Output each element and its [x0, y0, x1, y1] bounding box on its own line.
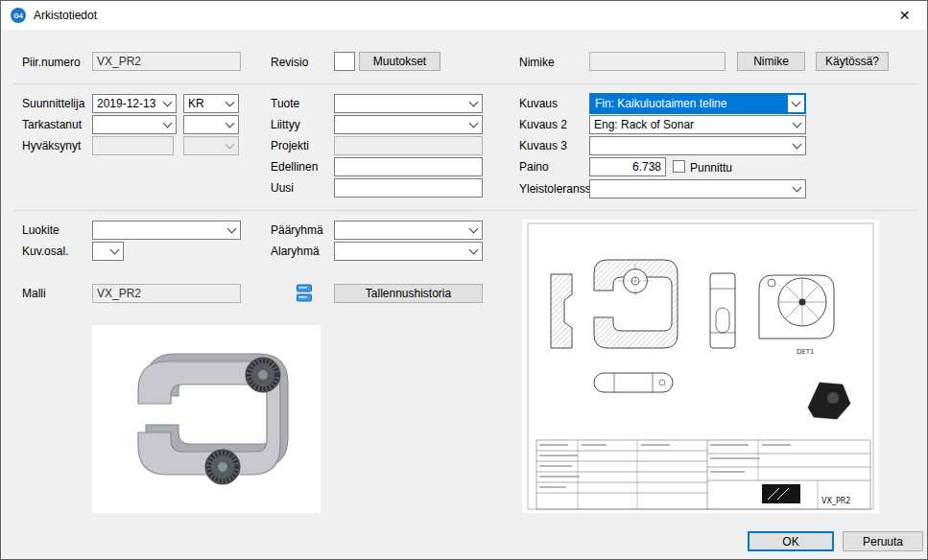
- punnittu-label: Punnittu: [690, 161, 732, 175]
- tarkastanut-initials-combo[interactable]: [183, 115, 239, 134]
- arkistotiedot-dialog: G4 Arkistotiedot ✕ Piir.numero VX_PR2 Re…: [0, 0, 928, 560]
- punnittu-checkbox[interactable]: [673, 160, 685, 173]
- title-block: VX_PR2: [536, 440, 870, 509]
- paino-label: Paino: [519, 160, 549, 174]
- piirnumero-label: Piir.numero: [22, 56, 81, 69]
- suunnittelija-initials-value: KR: [184, 95, 222, 112]
- model-3d-graphic: [92, 325, 321, 513]
- revisio-field[interactable]: [334, 52, 355, 71]
- malli-field[interactable]: VX_PR2: [92, 284, 241, 303]
- chevron-down-icon[interactable]: [222, 95, 238, 112]
- kuvaus-value: Fin: Kaikuluotaimen teline: [591, 95, 788, 112]
- tuote-combo[interactable]: [334, 94, 483, 113]
- kuvaus2-label: Kuvaus 2: [519, 118, 567, 131]
- chevron-down-icon[interactable]: [465, 116, 482, 133]
- chevron-down-icon[interactable]: [465, 222, 482, 239]
- luokite-label: Luokite: [22, 223, 59, 237]
- kuvaus3-label: Kuvaus 3: [519, 139, 567, 152]
- tarkastanut-date-value: [93, 116, 159, 133]
- close-icon[interactable]: ✕: [883, 2, 926, 29]
- alaryhma-value: [335, 243, 465, 260]
- database-icon[interactable]: [296, 283, 313, 307]
- cancel-button[interactable]: Peruuta: [843, 531, 923, 551]
- main-view: [594, 260, 678, 348]
- drawing-part-number: VX_PR2: [821, 497, 850, 505]
- liittyy-label: Liittyy: [271, 118, 300, 131]
- hyvaksynyt-date-field: [92, 136, 174, 155]
- chevron-down-icon[interactable]: [789, 137, 805, 154]
- kuvaus2-value: Eng: Rack of Sonar: [590, 116, 789, 133]
- suunnittelija-date-combo[interactable]: 2019-12-13: [92, 94, 177, 113]
- revisio-label: Revisio: [271, 56, 308, 69]
- ok-button[interactable]: OK: [748, 531, 834, 551]
- hyvaksynyt-initials-value: [184, 137, 222, 154]
- alaryhma-combo[interactable]: [334, 242, 483, 261]
- edellinen-label: Edellinen: [271, 160, 318, 174]
- paaryhma-label: Pääryhmä: [271, 223, 323, 237]
- detail-view: DET1: [759, 275, 834, 356]
- yleistoleranssi-label: Yleistoleranssi: [519, 182, 593, 196]
- kuvaus2-combo[interactable]: Eng: Rack of Sonar: [589, 115, 806, 134]
- side-view: [710, 273, 735, 348]
- chevron-down-icon[interactable]: [788, 95, 804, 112]
- chevron-down-icon[interactable]: [159, 116, 176, 133]
- projekti-field: [334, 136, 483, 155]
- alaryhma-label: Alaryhmä: [271, 245, 320, 258]
- liittyy-value: [335, 116, 465, 133]
- chevron-down-icon: [222, 137, 238, 154]
- nimike-field[interactable]: [589, 52, 726, 71]
- tuote-value: [335, 95, 465, 112]
- piirnumero-field[interactable]: VX_PR2: [92, 52, 241, 71]
- kuvaus-combo[interactable]: Fin: Kaikuluotaimen teline: [589, 93, 806, 114]
- app-icon: G4: [11, 8, 26, 23]
- paaryhma-combo[interactable]: [334, 221, 483, 240]
- chevron-down-icon[interactable]: [465, 95, 482, 112]
- tuote-label: Tuote: [271, 97, 299, 110]
- tarkastanut-label: Tarkastanut: [22, 118, 82, 131]
- kaytossa-button[interactable]: Käytössä?: [816, 52, 889, 71]
- malli-label: Malli: [22, 287, 46, 300]
- separator: [13, 210, 916, 211]
- detail-label: DET1: [797, 348, 815, 356]
- tallennushistoria-button[interactable]: Tallennushistoria: [334, 284, 483, 303]
- luokite-combo[interactable]: [92, 221, 241, 240]
- chevron-down-icon[interactable]: [222, 116, 238, 133]
- nimike-label: Nimike: [519, 56, 555, 69]
- suunnittelija-date-value: 2019-12-13: [93, 95, 159, 112]
- kuvaus3-combo[interactable]: [589, 136, 806, 155]
- titlebar: G4 Arkistotiedot ✕: [1, 1, 927, 30]
- drawing-thumbnail: DET1: [522, 220, 879, 513]
- projekti-label: Projekti: [271, 139, 309, 152]
- kuvosal-combo[interactable]: [92, 242, 124, 261]
- uusi-field[interactable]: [334, 178, 483, 198]
- bottom-view: [594, 373, 673, 392]
- kuvaus-label: Kuvaus: [519, 97, 558, 110]
- chevron-down-icon[interactable]: [107, 243, 123, 260]
- model-3d-thumbnail: [92, 325, 321, 513]
- chevron-down-icon[interactable]: [789, 116, 805, 133]
- paino-field[interactable]: 6.738: [589, 157, 666, 176]
- chevron-down-icon[interactable]: [789, 180, 805, 198]
- isometric-view: [808, 383, 850, 419]
- nimike-button[interactable]: Nimike: [737, 52, 805, 71]
- chevron-down-icon[interactable]: [465, 243, 482, 260]
- chevron-down-icon[interactable]: [159, 95, 176, 112]
- hyvaksynyt-label: Hyväksynyt: [22, 139, 81, 152]
- tarkastanut-date-combo[interactable]: [92, 115, 177, 134]
- suunnittelija-label: Suunnittelija: [22, 97, 84, 110]
- uusi-label: Uusi: [271, 181, 294, 195]
- suunnittelija-initials-combo[interactable]: KR: [183, 94, 239, 113]
- yleistoleranssi-combo[interactable]: [589, 179, 806, 198]
- yleistoleranssi-value: [590, 180, 789, 198]
- muutokset-button[interactable]: Muutokset: [359, 52, 440, 71]
- tarkastanut-initials-value: [184, 116, 222, 133]
- paaryhma-value: [335, 222, 465, 239]
- kuvosal-value: [93, 243, 107, 260]
- separator: [13, 83, 916, 84]
- window-title: Arkistotiedot: [34, 9, 97, 22]
- kuvaus3-value: [590, 137, 789, 154]
- drawing-graphic: DET1: [522, 220, 879, 513]
- liittyy-combo[interactable]: [334, 115, 483, 134]
- chevron-down-icon[interactable]: [224, 222, 240, 239]
- edellinen-field[interactable]: [334, 157, 483, 176]
